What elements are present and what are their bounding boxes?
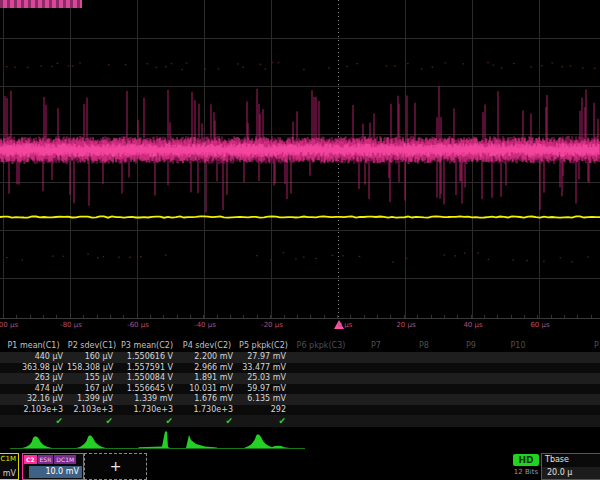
param-header-p3[interactable]: P3 mean(C2) [117, 340, 177, 352]
c2-channel-badge: C2 [24, 455, 37, 464]
measure-cell: 292 [237, 405, 290, 416]
measure-row: 263 µV155 µV1.550084 V1.891 mV25.03 mV [0, 373, 600, 384]
measure-cell: 1.557591 V [117, 363, 177, 374]
time-axis-label: -40 µs [194, 321, 216, 329]
measure-cell: 1.550084 V [117, 373, 177, 384]
descriptor-bar: C1M 0 mV C2 ESR DC1M 10.0 mV + HD 12 Bit… [0, 452, 600, 480]
measure-cell: 1.556645 V [117, 384, 177, 395]
trace-annotation-badge [0, 0, 82, 8]
waveform-display[interactable] [0, 0, 600, 332]
measure-table: P1 mean(C1)P2 sdev(C1)P3 mean(C2)P4 sdev… [0, 340, 600, 427]
time-axis-label: -100 µs [0, 321, 18, 329]
measure-cell: 167 µV [67, 384, 117, 395]
measure-cell: 158.308 µV [67, 363, 117, 374]
measure-cell: 155 µV [67, 373, 117, 384]
time-axis-label: -20 µs [261, 321, 283, 329]
c1-coupling-label: C1M [1, 455, 16, 463]
param-header-p1[interactable]: P1 mean(C1) [0, 340, 67, 352]
status-check-icon: ✔ [177, 415, 237, 427]
hd-bits-label: 12 Bits [511, 468, 541, 476]
time-axis-label: -60 µs [127, 321, 149, 329]
measure-cell: 1.339 mV [117, 394, 177, 405]
status-check-icon: ✔ [237, 415, 290, 427]
measure-cell: 474 µV [0, 384, 67, 395]
c2-esr-badge: ESR [38, 455, 54, 464]
add-trace-button[interactable]: + [84, 453, 147, 480]
c2-scale-value[interactable]: 10.0 mV [29, 466, 82, 478]
param-header-p11: P11 [542, 340, 600, 352]
status-check-icon: ✔ [117, 415, 177, 427]
measure-cell: 1.399 µV [67, 394, 117, 405]
measure-row: 474 µV167 µV1.556645 V10.031 mV59.97 mV [0, 384, 600, 395]
time-axis-label: 40 µs [463, 321, 482, 329]
measure-row: 363.98 µV158.308 µV1.557591 V2.966 mV33.… [0, 363, 600, 374]
histicon-p2[interactable] [76, 435, 106, 448]
measure-cell: 33.477 mV [237, 363, 290, 374]
time-axis-label: 20 µs [396, 321, 415, 329]
time-axis: -100 µs-80 µs-60 µs-40 µs-20 µs0 µs20 µs… [0, 318, 600, 336]
time-axis-label: -80 µs [60, 321, 82, 329]
measure-row: 2.103e+32.103e+31.730e+31.730e+3292 [0, 405, 600, 416]
measure-row: 440 µV160 µV1.550616 V2.200 mV27.97 mV [0, 352, 600, 363]
measure-cell: 1.676 mV [177, 394, 237, 405]
measure-cell: 2.103e+3 [67, 405, 117, 416]
measure-cell: 160 µV [67, 352, 117, 363]
measure-cell: 10.031 mV [177, 384, 237, 395]
hd-mode-badge[interactable]: HD [513, 454, 539, 466]
param-header-p7: P7 [352, 340, 400, 352]
measure-cell: 6.135 mV [237, 394, 290, 405]
time-axis-label: 60 µs [530, 321, 549, 329]
histicon-p4[interactable] [186, 435, 217, 448]
status-check-icon: ✔ [0, 415, 67, 427]
c1-trace [0, 216, 600, 217]
timebase-descriptor-box[interactable]: Tbase 20.0 µ [541, 453, 600, 480]
param-header-p9: P9 [448, 340, 494, 352]
measure-cell: 59.97 mV [237, 384, 290, 395]
histicon-p5[interactable] [244, 434, 290, 448]
param-header-p5[interactable]: P5 pkpk(C2) [237, 340, 290, 352]
histicon-p3[interactable] [138, 432, 170, 449]
timebase-value: 20.0 µ [542, 467, 600, 479]
c2-descriptor-box[interactable]: C2 ESR DC1M 10.0 mV [22, 453, 84, 480]
c1-scale-value: 0 mV [0, 469, 16, 478]
oscilloscope-screen: -100 µs-80 µs-60 µs-40 µs-20 µs0 µs20 µs… [0, 0, 600, 480]
measure-cell: 363.98 µV [0, 363, 67, 374]
measure-cell: 2.103e+3 [0, 405, 67, 416]
measure-status-row: ✔✔✔✔✔ [0, 415, 600, 427]
measure-row: 32.16 µV1.399 µV1.339 mV1.676 mV6.135 mV [0, 394, 600, 405]
status-check-icon: ✔ [67, 415, 117, 427]
measure-cell: 1.891 mV [177, 373, 237, 384]
measure-cell: 1.730e+3 [177, 405, 237, 416]
histicon-strip [0, 430, 320, 452]
time-axis-label: 0 µs [338, 321, 353, 329]
measure-cell: 2.966 mV [177, 363, 237, 374]
param-header-p4[interactable]: P4 sdev(C2) [177, 340, 237, 352]
param-header-p6: P6 pkpk(C3) [290, 340, 352, 352]
measure-cell: 440 µV [0, 352, 67, 363]
timebase-label: Tbase [545, 455, 569, 464]
measure-cell: 1.550616 V [117, 352, 177, 363]
c2-coupling-badge: DC1M [54, 455, 76, 464]
param-header-p10: P10 [494, 340, 542, 352]
param-header-p8: P8 [400, 340, 448, 352]
measure-cell: 25.03 mV [237, 373, 290, 384]
param-header-p2[interactable]: P2 sdev(C1) [67, 340, 117, 352]
measure-cell: 263 µV [0, 373, 67, 384]
c1-descriptor-box[interactable]: C1M 0 mV [0, 453, 19, 480]
measure-cell: 1.730e+3 [117, 405, 177, 416]
measure-cell: 27.97 mV [237, 352, 290, 363]
measure-cell: 2.200 mV [177, 352, 237, 363]
measure-cell: 32.16 µV [0, 394, 67, 405]
histicon-p1[interactable] [22, 436, 52, 448]
